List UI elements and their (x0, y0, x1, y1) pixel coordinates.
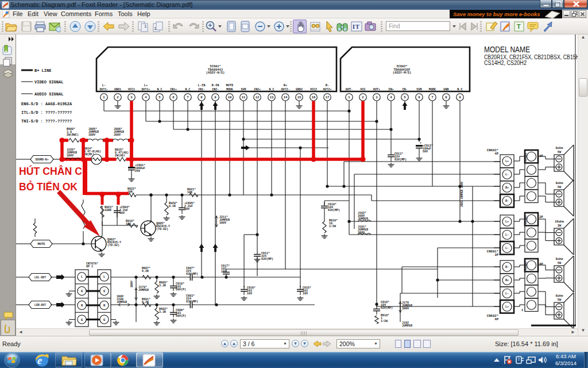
svg-text:100: 100 (126, 223, 131, 226)
svg-text:10K: 10K (187, 191, 192, 194)
svg-text:VCC1: VCC1 (128, 88, 135, 91)
svg-text:J603 JUMPER 300V: J603 JUMPER 300V (461, 182, 463, 207)
svg-text:7: 7 (187, 95, 188, 99)
svg-text:100K: 100K (105, 209, 111, 212)
svg-text:8ohm: 8ohm (556, 182, 564, 185)
svg-text:N.C: N.C (269, 88, 274, 91)
svg-text:8ohm: 8ohm (556, 147, 564, 150)
svg-text:G: G (103, 319, 105, 322)
svg-text:OUT+: OUT+ (373, 88, 380, 91)
svg-text:50V(P): 50V(P) (176, 288, 186, 292)
svg-text:L: L (81, 275, 83, 279)
svg-text:noname2: noname2 (525, 216, 527, 224)
svg-text:ENG-S/D : AA68-01952A: ENG-S/D : AA68-01952A (21, 102, 72, 106)
svg-text:3P: 3P (494, 253, 498, 257)
svg-text:GND2: GND2 (296, 88, 303, 91)
svg-text:CS14H2, CS20H2: CS14H2, CS20H2 (484, 60, 527, 66)
svg-text:6.2K: 6.2K (142, 301, 149, 304)
svg-text:I: I (353, 24, 355, 30)
svg-text:6P 1: 6P 1 (86, 265, 93, 269)
svg-text:SVR: SVR (416, 88, 422, 91)
svg-text:T: T (355, 24, 359, 30)
svg-text:G: G (103, 290, 105, 293)
svg-text:JUMPER: JUMPER (117, 301, 127, 304)
svg-text:GND: GND (443, 88, 448, 91)
svg-text:IN1+: IN1+ (170, 88, 177, 91)
svg-text:L-: L- (505, 247, 509, 250)
svg-text:16: 16 (312, 95, 316, 99)
svg-text:13: 13 (270, 95, 274, 99)
svg-text:N.C: N.C (185, 88, 190, 91)
svg-text:B+ LINE: B+ LINE (34, 68, 51, 73)
svg-text:R+: R+ (505, 279, 509, 282)
svg-text:HÚT CHÂN C: HÚT CHÂN C (19, 165, 82, 177)
svg-text:noname2: noname2 (525, 153, 527, 162)
svg-text:L+: L+ (505, 220, 509, 224)
svg-text:(ASSY-M/S): (ASSY-M/S) (393, 71, 411, 75)
svg-text:R+: R+ (284, 84, 287, 87)
svg-text:3.3K: 3.3K (159, 310, 166, 314)
svg-text:MUTE: MUTE (226, 84, 234, 87)
svg-text:63V(MP): 63V(MP) (381, 306, 393, 310)
svg-text:JUMPER: JUMPER (402, 324, 412, 328)
svg-text:63V(MP): 63V(MP) (394, 158, 407, 162)
svg-text:50V: 50V (184, 208, 189, 211)
svg-text:63V(MP): 63V(MP) (261, 258, 273, 261)
svg-text:300V: 300V (402, 307, 409, 310)
svg-text:JUMPER: JUMPER (358, 217, 368, 221)
svg-text:5W: 5W (558, 186, 562, 189)
svg-text:L-: L- (505, 292, 509, 296)
svg-text:R+: R+ (505, 186, 509, 190)
svg-text:50V: 50V (119, 212, 125, 215)
svg-text:MODE: MODE (226, 88, 233, 91)
svg-text:16ohm: 16ohm (555, 220, 564, 224)
svg-text:(ASSY-H/S): (ASSY-H/S) (206, 71, 225, 75)
svg-text:5W: 5W (558, 262, 562, 265)
svg-text:OUT1+: OUT1+ (141, 88, 150, 91)
svg-text:BỎ TIẾN OK: BỎ TIẾN OK (19, 181, 78, 193)
svg-text:R-: R- (505, 266, 509, 269)
svg-text:300V: 300V (67, 154, 74, 158)
svg-text:63V(MP): 63V(MP) (186, 300, 198, 304)
svg-text:L+: L+ (144, 84, 148, 87)
svg-text:L+: L+ (505, 305, 509, 309)
svg-text:AUDIO SIGNAL: AUDIO SIGNAL (34, 92, 63, 97)
svg-text:300V: 300V (114, 133, 121, 137)
svg-text:15: 15 (297, 95, 301, 99)
svg-text:1: 1 (154, 26, 157, 31)
svg-text:4P: 4P (539, 262, 543, 266)
svg-text:OUT2+: OUT2+ (323, 88, 331, 91)
svg-text:7: 7 (431, 95, 433, 99)
svg-text:(TO-92): (TO-92) (107, 244, 119, 247)
svg-text:ITL-S/D : ????-??????: ITL-S/D : ????-?????? (21, 110, 72, 115)
svg-text:6.2K: 6.2K (142, 270, 149, 273)
svg-text:300V: 300V (358, 231, 365, 235)
svg-text:L-: L- (505, 233, 509, 237)
svg-text:8ohm: 8ohm (556, 258, 564, 261)
svg-text:R-: R- (505, 200, 509, 203)
svg-text:LSR-OUT: LSR-OUT (34, 304, 46, 306)
svg-text:SVR: SVR (241, 88, 246, 91)
svg-text:IN2-: IN2- (212, 88, 219, 91)
svg-text:300V: 300V (130, 281, 134, 288)
svg-text:MODE: MODE (429, 88, 436, 91)
svg-text:MODEL NAME: MODEL NAME (484, 45, 530, 54)
svg-text:1/2W: 1/2W (381, 320, 388, 323)
svg-text:VIDEO SIGNAL: VIDEO SIGNAL (34, 80, 63, 85)
svg-text:L-IN: L-IN (198, 84, 206, 87)
svg-text:THI-S/D : ????-??????: THI-S/D : ????-?????? (21, 119, 72, 124)
svg-text:L+: L+ (505, 160, 509, 163)
svg-text:T: T (517, 23, 521, 30)
svg-text:9.1K: 9.1K (169, 205, 176, 208)
svg-text:VCC: VCC (360, 88, 365, 91)
svg-text:GND1: GND1 (114, 88, 121, 91)
svg-text:R-IN: R-IN (212, 84, 219, 87)
svg-text:17: 17 (326, 95, 330, 99)
svg-text:IN2+: IN2+ (254, 88, 261, 91)
svg-text:63V(MP): 63V(MP) (328, 209, 340, 212)
svg-text:63V(MP): 63V(MP) (186, 273, 198, 276)
svg-text:50V: 50V (423, 150, 428, 154)
svg-text:OUT1-: OUT1- (99, 88, 108, 91)
svg-text:SOUND-B+: SOUND-B+ (35, 158, 48, 161)
svg-text:3P: 3P (539, 215, 543, 219)
